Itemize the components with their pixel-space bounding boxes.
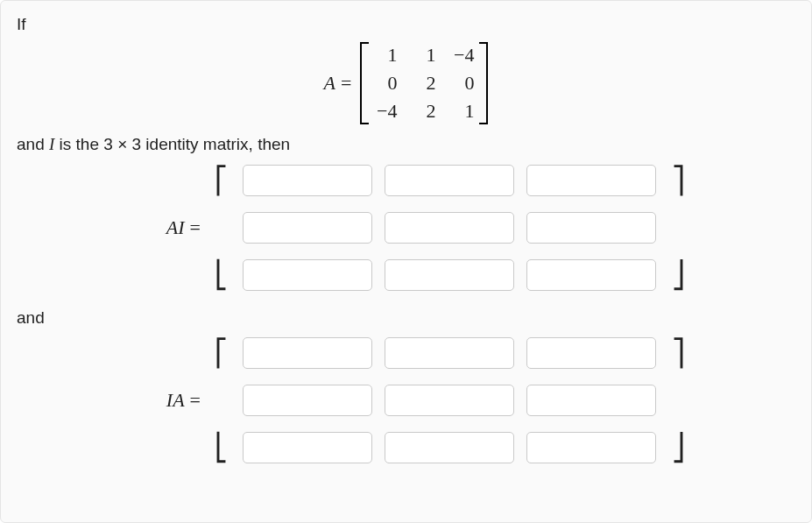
- text-identity-post: identity matrix, then: [141, 135, 290, 153]
- text-identity-mid: is the: [54, 135, 103, 153]
- input-AI-r3c3[interactable]: [526, 259, 656, 291]
- symbol-A: A: [324, 72, 335, 95]
- matA-r3c3: 1: [451, 100, 474, 123]
- answer-IA: IA = ⎡ ⎤ ⎣ ⎦: [139, 334, 795, 467]
- input-AI-r3c2[interactable]: [385, 259, 514, 291]
- rbracket-top-icon: ⎤: [668, 340, 688, 366]
- lbracket-top-icon: ⎡: [211, 340, 230, 366]
- matA-r1c1: 1: [374, 44, 397, 67]
- input-IA-r1c3[interactable]: [526, 337, 656, 369]
- matA-r2c3: 0: [451, 72, 474, 95]
- bracket-left-icon: [360, 42, 369, 124]
- input-AI-r2c2[interactable]: [385, 212, 514, 244]
- matA-r1c3: −4: [451, 44, 474, 67]
- symbol-equals-AI: =: [190, 216, 201, 239]
- symbol-equals: =: [341, 72, 351, 95]
- input-IA-r3c3[interactable]: [526, 432, 656, 463]
- input-AI-r1c1[interactable]: [243, 165, 372, 196]
- matA-r1c2: 1: [413, 44, 435, 67]
- text-identity-pre: and: [17, 135, 49, 153]
- text-identity: and I is the 3 × 3 identity matrix, then: [17, 133, 795, 157]
- matrix-IA-inputs: ⎡ ⎤ ⎣ ⎦: [211, 334, 688, 467]
- input-IA-r2c3[interactable]: [526, 385, 656, 416]
- input-IA-r3c2[interactable]: [385, 432, 514, 463]
- input-IA-r1c1[interactable]: [243, 337, 372, 369]
- symbol-IA: IA: [166, 389, 185, 412]
- input-IA-r1c2[interactable]: [385, 337, 514, 369]
- text-if: If: [17, 13, 795, 37]
- input-IA-r2c1[interactable]: [243, 385, 372, 416]
- bracket-right-icon: [479, 42, 488, 124]
- text-and: and: [17, 307, 795, 330]
- rbracket-bot-icon: ⎦: [668, 435, 688, 461]
- input-AI-r2c1[interactable]: [243, 212, 372, 244]
- problem-card: If A = 1 1 −4 0 2 0 −4 2 1: [0, 0, 812, 523]
- matrix-AI-inputs: ⎡ ⎤ ⎣ ⎦: [211, 161, 688, 294]
- equation-A: A = 1 1 −4 0 2 0 −4 2 1: [17, 42, 795, 124]
- input-AI-r1c2[interactable]: [385, 165, 514, 196]
- input-AI-r3c1[interactable]: [243, 259, 372, 291]
- matA-r3c2: 2: [413, 100, 435, 123]
- matA-r3c1: −4: [374, 100, 397, 123]
- lbracket-bot-icon: ⎣: [211, 435, 230, 461]
- lbracket-top-icon: ⎡: [211, 167, 230, 194]
- symbol-AI: AI: [166, 216, 185, 239]
- matA-r2c1: 0: [374, 72, 397, 95]
- text-identity-dim: 3 × 3: [103, 135, 141, 153]
- input-IA-r2c2[interactable]: [385, 385, 514, 416]
- symbol-equals-IA: =: [190, 389, 201, 412]
- matrix-A: 1 1 −4 0 2 0 −4 2 1: [360, 42, 488, 124]
- rbracket-bot-icon: ⎦: [668, 262, 688, 288]
- answer-AI: AI = ⎡ ⎤ ⎣ ⎦: [139, 161, 795, 294]
- input-AI-r1c3[interactable]: [526, 165, 656, 196]
- input-IA-r3c1[interactable]: [243, 432, 372, 463]
- rbracket-top-icon: ⎤: [668, 167, 688, 194]
- lbracket-bot-icon: ⎣: [211, 262, 230, 288]
- matA-r2c2: 2: [413, 72, 435, 95]
- input-AI-r2c3[interactable]: [526, 212, 656, 244]
